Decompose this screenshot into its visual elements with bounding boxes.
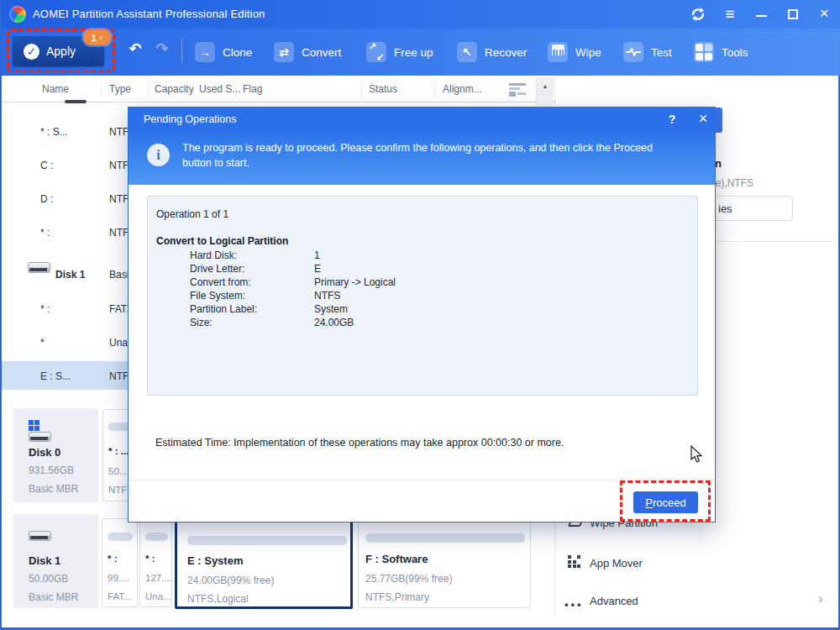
redo-button[interactable]: ↷ (151, 39, 173, 63)
close-button[interactable]: × (813, 0, 835, 29)
pending-operations-dialog: Pending Operations ? × i The program is … (128, 107, 716, 522)
disk1-partition-card-1[interactable]: * : 99.... FAT... (102, 518, 138, 607)
dialog-header[interactable]: Pending Operations ? × (129, 108, 715, 133)
detail-label: Partition Label: (190, 303, 257, 315)
recover-label: Recover (485, 46, 527, 59)
minimize-icon (756, 15, 767, 17)
partition-size: 50... (108, 466, 127, 476)
free-up-label: Free up (394, 46, 433, 59)
detail-value: 24.00GB (314, 317, 354, 328)
disk1-capacity: 50.00GB (29, 573, 68, 585)
titlebar: AOMEI Partition Assistant Professional E… (2, 0, 840, 29)
toolbar-item-wipe[interactable]: Wipe (548, 41, 601, 63)
toolbar-item-clone[interactable]: → Clone (195, 41, 252, 63)
partition-fs: NTFS,Logical (187, 593, 249, 605)
mouse-cursor (690, 445, 704, 467)
detail-label: Size: (190, 317, 213, 328)
col-header-used[interactable]: Used S... (199, 83, 240, 95)
convert-label: Convert (302, 46, 341, 59)
partition-fs: NTFS,Primary (365, 591, 429, 603)
partition-name: * : (145, 554, 155, 564)
operation-detail-row: Hard Disk: 1 (148, 249, 697, 263)
dialog-info-banner: i The program is ready to proceed. Pleas… (129, 133, 715, 185)
partition-name: * : ... (108, 446, 129, 456)
tools-icon (694, 42, 714, 62)
proceed-highlight-dashed-box (620, 480, 711, 522)
col-header-capacity[interactable]: Capacity (155, 83, 194, 95)
disk1-partition-card-selected[interactable]: E : System 24.00GB(99% free) NTFS,Logica… (175, 515, 353, 609)
free-up-arrow-a: ↗ (369, 41, 376, 52)
operation-name: Convert to Logical Partition (156, 235, 288, 247)
detail-label: Convert from: (190, 276, 251, 288)
detail-value: E (314, 263, 321, 275)
sidebar-item-app-mover[interactable]: App Mover (590, 557, 643, 570)
maximize-icon (788, 9, 798, 19)
recover-icon: ↖ (457, 42, 477, 62)
row-name: * : S... (40, 126, 68, 138)
capacity-bar (365, 533, 525, 543)
app-title: AOMEI Partition Assistant Professional E… (33, 0, 265, 29)
undo-button[interactable]: ↶ (124, 39, 146, 63)
minimize-button[interactable] (751, 0, 773, 29)
info-text-line1: The program is ready to proceed. Please … (182, 142, 653, 154)
operation-detail-row: Drive Letter: E (148, 263, 697, 276)
sidebar-item-advanced[interactable]: Advanced (590, 595, 638, 607)
toolbar-item-recover[interactable]: ↖ Recover (457, 41, 527, 63)
test-label: Test (651, 46, 672, 59)
detail-label: Hard Disk: (190, 249, 237, 261)
operation-detail-row: Size: 24.00GB (148, 317, 697, 330)
toolbar-item-tools[interactable]: Tools (694, 41, 748, 63)
toolbar-item-convert[interactable]: ⇄ Convert (274, 41, 341, 63)
col-header-status[interactable]: Status (369, 83, 397, 95)
view-mode-icon[interactable] (509, 83, 528, 97)
wipe-icon (548, 42, 568, 62)
test-icon (623, 42, 643, 62)
detail-value: 1 (314, 249, 320, 261)
partition-fs: Una... (145, 591, 171, 601)
menu-icon[interactable]: ≡ (719, 0, 741, 29)
col-header-flag[interactable]: Flag (243, 83, 262, 95)
chevron-right-icon[interactable]: › (818, 591, 823, 607)
disk0-capacity: 931.56GB (29, 465, 74, 476)
partition-fs: FAT... (108, 591, 132, 601)
col-header-name[interactable]: Name (42, 83, 69, 95)
estimated-time-text: Estimated Time: Implementation of these … (155, 437, 564, 449)
right-panel-divider (717, 241, 835, 242)
dialog-title: Pending Operations (144, 113, 237, 125)
app-window: AOMEI Partition Assistant Professional E… (0, 0, 840, 630)
clone-label: Clone (223, 46, 252, 59)
clone-icon: → (195, 42, 215, 62)
capacity-bar (145, 533, 168, 541)
col-header-alignment[interactable]: Alignm... (443, 83, 482, 95)
disk1-info-panel[interactable]: Disk 1 50.00GB Basic MBR (13, 514, 98, 608)
maximize-button[interactable] (782, 0, 804, 29)
toolbar-item-freeup[interactable]: ↗ ↙ Free up (366, 41, 433, 63)
operation-detail-row: File System: NTFS (148, 290, 697, 303)
col-header-type[interactable]: Type (109, 83, 131, 95)
pending-operations-badge[interactable]: 1 ∨ (83, 29, 111, 45)
badge-count: 1 (91, 33, 96, 43)
apply-label: Apply (46, 45, 76, 58)
detail-label: Drive Letter: (190, 263, 244, 275)
refresh-icon[interactable] (687, 0, 709, 29)
toolbar-item-test[interactable]: Test (623, 41, 672, 63)
column-separator (361, 82, 362, 97)
partition-size: 25.77GB(99% free) (365, 573, 452, 585)
wipe-label: Wipe (575, 46, 601, 59)
scroll-up-arrow[interactable]: ▲ (537, 77, 554, 96)
column-separator (235, 82, 236, 97)
row-name: * : (40, 303, 50, 315)
row-name: * (40, 337, 45, 349)
operation-detail-row: Partition Label: System (148, 303, 697, 317)
disk-icon (29, 531, 51, 541)
operation-detail-row: Convert from: Primary -> Logical (148, 276, 697, 290)
disk1-partition-card-2[interactable]: * : 127.... Una... (139, 518, 172, 607)
help-icon[interactable]: ? (664, 113, 680, 126)
partition-size: 127.... (145, 573, 172, 583)
free-up-arrow-b: ↙ (376, 52, 384, 63)
info-text-line2: button to start. (182, 157, 249, 169)
disk0-info-panel[interactable]: Disk 0 931.56GB Basic MBR (13, 408, 98, 502)
disk1-partition-card-4[interactable]: F : Software 25.77GB(99% free) NTFS,Prim… (358, 518, 531, 608)
partition-name: * : (108, 554, 118, 564)
dialog-close-icon[interactable]: × (695, 110, 711, 128)
